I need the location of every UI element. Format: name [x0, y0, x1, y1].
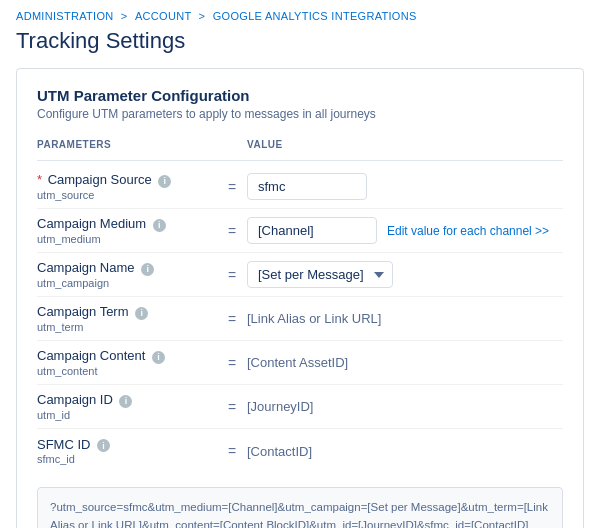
info-icon-campaign[interactable]: i [141, 263, 154, 276]
param-name-sfmc: SFMC ID i [37, 437, 217, 452]
val-sfmc: [ContactID] [247, 444, 312, 459]
breadcrumb-ga[interactable]: Google Analytics Integrations [213, 10, 417, 22]
info-icon-medium[interactable]: i [153, 219, 166, 232]
info-icon-cid[interactable]: i [119, 395, 132, 408]
row-sfmc-id: SFMC ID i sfmc_id = [ContactID] [37, 429, 563, 473]
eq-medium: = [217, 223, 247, 239]
param-key-campaign: utm_campaign [37, 277, 217, 289]
eq-term: = [217, 311, 247, 327]
param-name-medium: Campaign Medium i [37, 216, 217, 231]
param-key-source: utm_source [37, 189, 217, 201]
breadcrumb-sep-2: > [199, 10, 209, 22]
input-campaign-medium[interactable] [247, 217, 377, 244]
param-key-sfmc: sfmc_id [37, 453, 217, 465]
info-icon-sfmc[interactable]: i [97, 439, 110, 452]
val-term: [Link Alias or Link URL] [247, 311, 381, 326]
row-campaign-term: Campaign Term i utm_term = [Link Alias o… [37, 297, 563, 341]
param-key-content: utm_content [37, 365, 217, 377]
select-campaign-name[interactable]: [Set per Message] [Campaign Name] [Journ… [247, 261, 393, 288]
col-header-value: Value [247, 139, 563, 156]
col-header-eq [217, 139, 247, 156]
param-name-term: Campaign Term i [37, 304, 217, 319]
param-name-source: * Campaign Source i [37, 172, 217, 187]
info-icon-source[interactable]: i [158, 175, 171, 188]
breadcrumb: Administration > Account > Google Analyt… [0, 0, 600, 26]
row-campaign-name: Campaign Name i utm_campaign = [Set per … [37, 253, 563, 297]
input-campaign-source[interactable] [247, 173, 367, 200]
param-key-cid: utm_id [37, 409, 217, 421]
param-key-term: utm_term [37, 321, 217, 333]
card-subtitle: Configure UTM parameters to apply to mes… [37, 107, 563, 121]
param-key-medium: utm_medium [37, 233, 217, 245]
card-title: UTM Parameter Configuration [37, 87, 563, 104]
val-cid: [JourneyID] [247, 399, 313, 414]
param-name-content: Campaign Content i [37, 348, 217, 363]
breadcrumb-sep-1: > [121, 10, 131, 22]
val-content: [Content AssetID] [247, 355, 348, 370]
param-name-cid: Campaign ID i [37, 392, 217, 407]
info-icon-content[interactable]: i [152, 351, 165, 364]
eq-content: = [217, 355, 247, 371]
eq-cid: = [217, 399, 247, 415]
required-marker: * [37, 172, 42, 187]
utm-config-card: UTM Parameter Configuration Configure UT… [16, 68, 584, 528]
breadcrumb-admin[interactable]: Administration [16, 10, 114, 22]
breadcrumb-account[interactable]: Account [135, 10, 191, 22]
row-campaign-medium: Campaign Medium i utm_medium = Edit valu… [37, 209, 563, 253]
col-header-params: Parameters [37, 139, 217, 156]
eq-campaign: = [217, 267, 247, 283]
row-campaign-content: Campaign Content i utm_content = [Conten… [37, 341, 563, 385]
edit-link-channel[interactable]: Edit value for each channel >> [387, 224, 549, 238]
page-title: Tracking Settings [0, 26, 600, 68]
row-campaign-source: * Campaign Source i utm_source = [37, 165, 563, 209]
url-preview-text: ?utm_source=sfmc&utm_medium=[Channel]&ut… [50, 501, 548, 528]
eq-sfmc: = [217, 443, 247, 459]
param-name-campaign: Campaign Name i [37, 260, 217, 275]
eq-source: = [217, 179, 247, 195]
row-campaign-id: Campaign ID i utm_id = [JourneyID] [37, 385, 563, 429]
url-preview: ?utm_source=sfmc&utm_medium=[Channel]&ut… [37, 487, 563, 528]
info-icon-term[interactable]: i [135, 307, 148, 320]
